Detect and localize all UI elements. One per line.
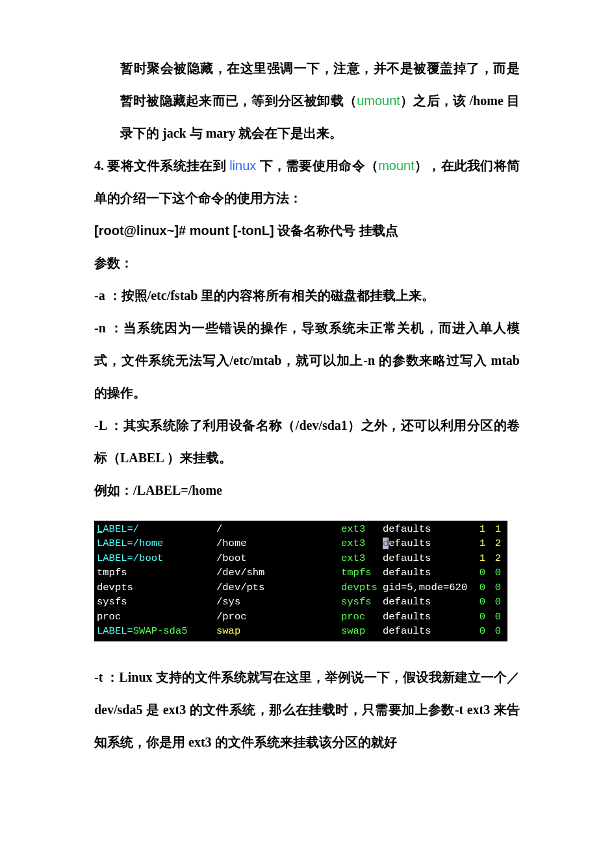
fstab-row: sysfs/syssysfsdefaults00 — [97, 595, 505, 609]
fstab-fs: LABEL=/ — [97, 522, 216, 536]
mount-command: [root@linux~]# mount [-tonL] 设备名称代号 挂载点 — [94, 223, 398, 238]
fstab-type: ext3 — [341, 551, 383, 565]
item3-continuation: 暂时聚会被隐藏，在这里强调一下，注意，并不是被覆盖掉了，而是暂时被隐藏起来而已，… — [120, 52, 520, 149]
fstab-options: defaults — [383, 610, 466, 624]
command-line: [root@linux~]# mount [-tonL] 设备名称代号 挂载点 — [94, 214, 520, 247]
fstab-options: defaults — [383, 536, 466, 551]
fstab-dump: 0 — [466, 580, 485, 595]
option-a: -a ：按照/etc/fstab 里的内容将所有相关的磁盘都挂载上来。 — [94, 279, 520, 312]
fstab-type: ext3 — [341, 522, 383, 536]
fstab-type: proc — [341, 610, 383, 624]
umount-keyword: umount — [357, 93, 400, 108]
fstab-row: LABEL=/boot/bootext3defaults12 — [97, 551, 505, 565]
fstab-dump: 0 — [466, 624, 485, 638]
fstab-dump: 1 — [466, 536, 485, 551]
fstab-pass: 0 — [488, 580, 501, 595]
fstab-dump: 1 — [466, 551, 485, 565]
fstab-options: defaults — [383, 551, 466, 565]
fstab-row: tmpfs/dev/shmtmpfsdefaults00 — [97, 565, 505, 580]
fstab-type: tmpfs — [341, 565, 383, 580]
fstab-fs: LABEL=/home — [97, 536, 216, 551]
fstab-dump: 0 — [466, 565, 485, 580]
fstab-options: defaults — [383, 595, 466, 609]
fstab-options: defaults — [383, 565, 466, 580]
fstab-pass: 1 — [488, 522, 501, 536]
fstab-mount: swap — [216, 624, 341, 638]
item4: 4. 要将文件系统挂在到 linux 下，需要使用命令（mount），在此我们将… — [94, 149, 520, 214]
fstab-mount: /dev/pts — [216, 580, 341, 595]
fstab-mount: /sys — [216, 595, 341, 609]
text: -t ：Linux 支持的文件系统就写在这里，举例说一下，假设我新建立一个／de… — [94, 670, 520, 749]
fstab-type: swap — [341, 624, 383, 638]
fstab-options: defaults — [383, 624, 466, 638]
text: -a ：按照/etc/fstab 里的内容将所有相关的磁盘都挂载上来。 — [94, 288, 435, 303]
fstab-options: gid=5,mode=620 — [383, 580, 466, 595]
option-n: -n ：当系统因为一些错误的操作，导致系统未正常关机，而进入单人模式，文件系统无… — [94, 312, 520, 409]
option-t: -t ：Linux 支持的文件系统就写在这里，举例说一下，假设我新建立一个／de… — [94, 661, 520, 758]
fstab-row: LABEL=SWAP-sda5swapswapdefaults00 — [97, 624, 505, 638]
fstab-pass: 0 — [488, 624, 501, 638]
fstab-pass: 2 — [488, 536, 501, 551]
fstab-fs: LABEL=/boot — [97, 551, 216, 565]
fstab-row: devpts/dev/ptsdevptsgid=5,mode=62000 — [97, 580, 505, 595]
fstab-type: sysfs — [341, 595, 383, 609]
fstab-mount: /boot — [216, 551, 341, 565]
text: 下，需要使用命令（ — [256, 158, 378, 173]
fstab-terminal: LABEL=//ext3defaults11LABEL=/home/homeex… — [94, 521, 507, 641]
fstab-mount: /dev/shm — [216, 565, 341, 580]
option-l: -L ：其实系统除了利用设备名称（/dev/sda1）之外，还可以利用分区的卷标… — [94, 409, 520, 474]
text: -L ：其实系统除了利用设备名称（/dev/sda1）之外，还可以利用分区的卷标… — [94, 418, 520, 465]
fstab-dump: 0 — [466, 595, 485, 609]
fstab-fs: LABEL=SWAP-sda5 — [97, 624, 216, 638]
text: 例如：/LABEL=/home — [94, 483, 222, 497]
fstab-pass: 0 — [488, 610, 501, 624]
fstab-type: ext3 — [341, 536, 383, 551]
label-example: 例如：/LABEL=/home — [94, 474, 520, 506]
fstab-pass: 2 — [488, 551, 501, 565]
text: 参数： — [94, 256, 133, 270]
fstab-row: proc/procprocdefaults00 — [97, 610, 505, 624]
fstab-fs: tmpfs — [97, 565, 216, 580]
list-number: 4. — [94, 158, 107, 173]
fstab-mount: /home — [216, 536, 341, 551]
fstab-options: defaults — [383, 522, 466, 536]
fstab-pass: 0 — [488, 595, 501, 609]
params-header: 参数： — [94, 247, 520, 279]
mount-keyword: mount — [378, 158, 415, 173]
fstab-dump: 1 — [466, 522, 485, 536]
text: -n ：当系统因为一些错误的操作，导致系统未正常关机，而进入单人模式，文件系统无… — [94, 321, 520, 400]
fstab-row: LABEL=/home/homeext3defaults12 — [97, 536, 505, 551]
linux-keyword: linux — [229, 158, 256, 173]
fstab-pass: 0 — [488, 565, 501, 580]
fstab-fs: sysfs — [97, 595, 216, 609]
fstab-dump: 0 — [466, 610, 485, 624]
fstab-type: devpts — [341, 580, 383, 595]
fstab-mount: / — [216, 522, 341, 536]
document-page: 暂时聚会被隐藏，在这里强调一下，注意，并不是被覆盖掉了，而是暂时被隐藏起来而已，… — [0, 0, 614, 868]
fstab-row: LABEL=//ext3defaults11 — [97, 522, 505, 536]
fstab-fs: devpts — [97, 580, 216, 595]
fstab-fs: proc — [97, 610, 216, 624]
fstab-mount: /proc — [216, 610, 341, 624]
text: 要将文件系统挂在到 — [107, 158, 229, 173]
